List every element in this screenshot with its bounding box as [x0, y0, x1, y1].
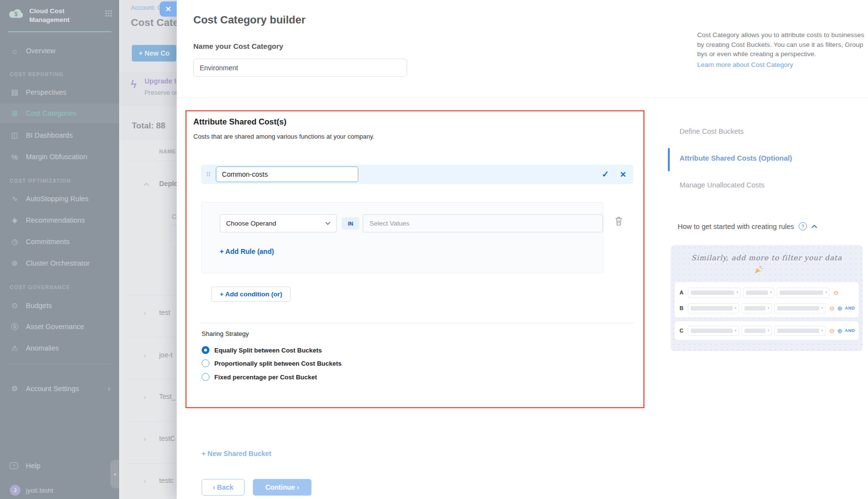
learn-more-link[interactable]: Learn more about Cost Category — [697, 60, 793, 70]
shared-bucket-row: ⠿ ✓ ✕ — [201, 165, 633, 184]
active-step-indicator — [668, 148, 670, 171]
continue-button[interactable]: Continue › — [253, 479, 311, 496]
illustration-row-b: B ▾ ▾ ▾ ⊖ ⊕ AND — [675, 302, 859, 314]
party-popper-emoji — [754, 265, 764, 276]
caret-down-icon: ▾ — [767, 329, 769, 333]
radio-selected-icon[interactable] — [202, 346, 209, 354]
cost-category-builder-modal: ✕ Cost Category builder Cost Category al… — [177, 0, 868, 499]
shared-costs-description: Costs that are shared among various func… — [193, 133, 374, 140]
strategy-option-equal[interactable]: Equally Split between Cost Buckets — [202, 346, 322, 354]
rule-card: Choose Operand IN + Add Rule (and) — [201, 202, 603, 273]
illustration-note: Similarly, add more to filter your data — [671, 254, 863, 262]
cost-category-info: Cost Category allows you to attribute co… — [697, 30, 866, 69]
caret-down-icon: ▾ — [767, 306, 769, 310]
question-circle-icon: ? — [799, 222, 807, 230]
strategy-option-proportional[interactable]: Proportionally split between Cost Bucket… — [202, 359, 342, 367]
name-category-label: Name your Cost Category — [193, 42, 283, 50]
step-manage-unallocated-costs[interactable]: Manage Unallocated Costs — [680, 181, 765, 189]
confirm-check-icon[interactable]: ✓ — [602, 169, 609, 180]
howto-toggle[interactable]: How to get started with creating rules ? — [678, 222, 817, 230]
plus-circle-icon: ⊕ — [837, 327, 843, 334]
drag-handle-icon[interactable]: ⠿ — [206, 171, 211, 178]
bucket-name-input[interactable] — [216, 166, 358, 182]
minus-circle-icon: ⊖ — [829, 305, 835, 312]
select-values-input[interactable] — [363, 214, 603, 232]
strategy-divider — [201, 323, 633, 323]
caret-down-icon: ▾ — [821, 306, 823, 310]
back-button[interactable]: ‹ Back — [202, 479, 245, 496]
chevron-down-icon — [325, 222, 331, 225]
step-define-cost-buckets[interactable]: Define Cost Buckets — [680, 127, 744, 135]
operand-select[interactable]: Choose Operand — [220, 214, 337, 232]
plus-circle-icon: ⊕ — [837, 305, 843, 312]
add-condition-button[interactable]: + Add condition (or) — [211, 287, 290, 302]
caret-down-icon: ▾ — [821, 329, 823, 333]
caret-down-icon: ▾ — [735, 329, 737, 333]
caret-down-icon: ▾ — [736, 291, 738, 294]
sharing-strategy-label: Sharing Strategy — [202, 330, 249, 337]
minus-circle-icon: ⊖ — [833, 289, 839, 296]
caret-down-icon: ▾ — [825, 291, 827, 294]
modal-title: Cost Category builder — [193, 14, 306, 26]
screen: $ Cloud Cost Management ⌂ Overview COST … — [0, 0, 868, 499]
radio-icon[interactable] — [202, 373, 209, 381]
operator-badge: IN — [342, 217, 359, 229]
cost-category-name-input[interactable] — [193, 59, 407, 77]
illustration-card-c: C ▾ ▾ ▾ ⊖ ⊕ AND — [675, 321, 859, 340]
illustration-card-ab: A ▾ ▾ ▾ ⊖ B ▾ ▾ ▾ ⊖ ⊕ AND — [675, 282, 859, 317]
step-attribute-shared-costs[interactable]: Attribute Shared Costs (Optional) — [680, 154, 792, 162]
minus-circle-icon: ⊖ — [829, 327, 835, 334]
caret-down-icon: ▾ — [735, 306, 737, 310]
cancel-x-icon[interactable]: ✕ — [620, 170, 626, 179]
chevron-up-icon — [811, 225, 817, 229]
close-icon[interactable]: ✕ — [160, 1, 177, 17]
delete-rule-trash-icon[interactable] — [614, 216, 623, 228]
new-shared-bucket-link[interactable]: + New Shared Bucket — [202, 450, 271, 457]
shared-costs-heading: Attribute Shared Cost(s) — [193, 117, 287, 126]
caret-down-icon: ▾ — [770, 291, 772, 294]
strategy-option-fixed[interactable]: Fixed percentage per Cost Bucket — [202, 373, 317, 381]
section-divider — [177, 98, 868, 98]
add-rule-link[interactable]: + Add Rule (and) — [220, 248, 274, 255]
illustration-row-a: A ▾ ▾ ▾ ⊖ — [675, 286, 859, 299]
radio-icon[interactable] — [202, 359, 209, 367]
illustration-row-c: C ▾ ▾ ▾ ⊖ ⊕ AND — [675, 324, 859, 337]
rules-illustration-panel: Similarly, add more to filter your data … — [671, 245, 863, 351]
